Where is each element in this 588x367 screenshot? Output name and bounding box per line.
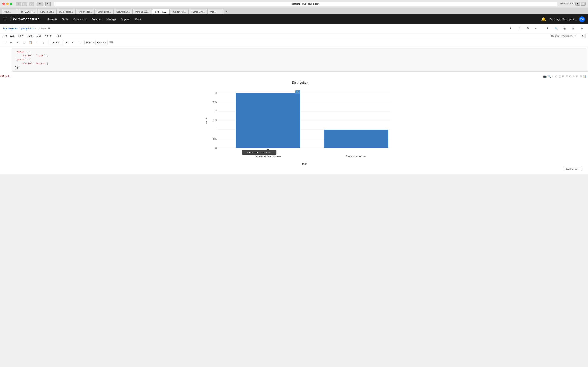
tab-getting[interactable]: Getting star... [95,9,113,14]
svg-text:3: 3 [297,91,298,94]
tooltip-caret [267,148,269,150]
svg-text:3: 3 [215,91,217,94]
toggle-spike-lines[interactable]: ⊞ [576,75,579,78]
tab-build[interactable]: Build, deplo... [57,9,76,14]
chart-toolbar: 📷 🔍 + ⬡ ◫ ⊞ ⊟ ⬡ ⊕ ⊞ ⊡ 📊 [12,74,588,79]
search-button[interactable]: ◎ [562,25,568,32]
edit-chart-button[interactable]: EDIT CHART [564,167,582,171]
hover-tool[interactable]: ⊡ [580,75,582,78]
breadcrumb-actions: ⬆ ⬡ ⏱ ⋯ ℹ 🔍 ◎ ⊞ ⊕ [507,25,585,32]
move-down-button[interactable]: ↓ [41,40,47,45]
tab-abc[interactable]: The ABC of ... [18,9,37,14]
nav-manage[interactable]: Manage [107,18,116,21]
nav-projects[interactable]: Projects [48,18,57,21]
tab-your[interactable]: Your ... [2,9,18,14]
crosshair-tool[interactable]: + [552,75,554,78]
cell-type-indicator[interactable] [2,40,7,45]
menu-cell[interactable]: Cell [37,33,41,38]
pan-tool[interactable]: ⬡ [569,75,571,78]
nav-services[interactable]: Services [91,18,102,21]
tab-python-ho[interactable]: python - Ho... [76,9,95,14]
breadcrumb-parent[interactable]: plotly-NLU [21,27,34,30]
restart-button[interactable]: ↻ [70,40,76,45]
menu-view[interactable]: View [18,33,24,38]
zoom-tool[interactable]: 🔍 [548,75,551,78]
info-button[interactable]: ℹ [544,25,550,32]
breadcrumb-sep2: / [35,27,36,30]
lasso-tool[interactable]: ⬡ [555,75,557,78]
svg-text:free virtual server: free virtual server [346,155,366,158]
close-button[interactable] [2,3,5,5]
main-nav-links: Projects Tools Community Services Manage… [48,18,141,21]
restart-run-button[interactable]: ⏭ [77,40,83,45]
tab-service[interactable]: Service Det... [38,9,56,14]
menu-file[interactable]: File [2,33,7,38]
address-bar[interactable]: dataplatform.cloud.ibm.com [54,2,557,6]
tab-python-gra[interactable]: Python Gra... [189,9,208,14]
settings-button[interactable]: ⊕ [579,25,585,32]
find-button[interactable]: 🔍 [553,25,559,32]
tab-mak[interactable]: Mak... [208,9,224,14]
forward-button[interactable]: › [22,2,27,6]
copy-cell-button[interactable]: ⊡ [21,40,27,45]
share-button[interactable]: ⬆ [575,2,580,6]
tab-jupyter[interactable]: Jupyter Not... [170,9,189,14]
cell-type-dropdown[interactable]: Code ▾ [95,40,108,45]
camera-tool[interactable]: 📷 [543,75,546,78]
time-display: Mon 16:24:43 [561,2,574,6]
keyboard-shortcut-button[interactable]: ⌨ [108,40,114,45]
fullscreen-button[interactable] [10,3,12,5]
tab-view-button[interactable]: ⊞ [37,2,43,6]
chart-title: Distribution [16,81,584,84]
upload-button[interactable]: ⬆ [507,25,513,32]
browser-tabs: Your ... The ABC of ... Service Det... B… [0,8,588,14]
more-options-button[interactable]: ⋯ [533,25,539,32]
tab-nlp[interactable]: Natural Lan... [114,9,132,14]
ibm-logo-text: IBM [11,17,17,21]
cell-type-value: Code [97,41,104,44]
notebook-toolbar: + ✂ ⊡ 📋 ↑ ↓ ▶ Run ■ ↻ ⏭ Format Code ▾ ⌨ [0,39,588,46]
run-button[interactable]: ▶ Run [50,40,63,45]
titlebar-right: Mon 16:24:43 ⬆ ⬜ [561,2,586,6]
format-label: Format [86,41,95,44]
kernel-status-icon: ○ [574,34,576,37]
bar-chart-svg: 3 2.5 2 1.5 1 0.5 0 count 3 cu [16,89,584,170]
back-button[interactable]: ‹ [16,2,21,6]
stop-button[interactable]: ■ [64,40,70,45]
notifications-icon[interactable]: 🔔 [541,17,546,21]
paste-cell-button[interactable]: 📋 [28,40,34,45]
zoom-in-tool[interactable]: ⊞ [562,75,564,78]
menu-help[interactable]: Help [56,33,61,38]
reset-tool[interactable]: ⊕ [573,75,575,78]
reload-button[interactable]: ↻ [45,2,51,6]
code-cell-content[interactable]: 'xaxis': { 'title': 'text'}, 'yaxis': { … [12,48,588,72]
split-view-button[interactable]: ⊞ [570,25,576,32]
user-avatar[interactable]: VM [579,16,585,22]
select-tool[interactable]: ◫ [559,75,561,78]
menu-edit[interactable]: Edit [10,33,15,38]
expand-button[interactable]: ⊡ [581,34,586,38]
runtime-button[interactable]: ⏱ [525,25,531,32]
add-cell-button[interactable]: + [8,40,14,45]
tab-plotly-nlu[interactable]: plotly-NLU... [152,9,170,14]
hamburger-menu-icon[interactable]: ☰ [3,17,7,21]
minimize-button[interactable] [6,3,9,5]
nav-tools[interactable]: Tools [62,18,68,21]
svg-text:2.5: 2.5 [213,100,217,103]
breadcrumb-home[interactable]: My Projects [3,27,17,30]
new-tab-button[interactable]: + [224,9,229,14]
nav-support[interactable]: Support [121,18,130,21]
sidebar-toggle[interactable]: ⊟ [29,2,34,6]
zoom-out-tool[interactable]: ⊟ [566,75,568,78]
menu-kernel[interactable]: Kernel [44,33,52,38]
cut-cell-button[interactable]: ✂ [15,40,20,45]
nav-community[interactable]: Community [73,18,86,21]
bar-chart-icon[interactable]: 📊 [583,75,586,78]
menu-insert[interactable]: Insert [27,33,34,38]
tab-pandas[interactable]: Pandas 101... [133,9,152,14]
maximize-button[interactable]: ⬜ [581,2,586,6]
move-up-button[interactable]: ↑ [34,40,40,45]
share-button[interactable]: ⬡ [516,25,522,32]
watson-studio-logo: IBM Watson Studio [11,17,39,21]
nav-docs[interactable]: Docs [135,18,141,21]
